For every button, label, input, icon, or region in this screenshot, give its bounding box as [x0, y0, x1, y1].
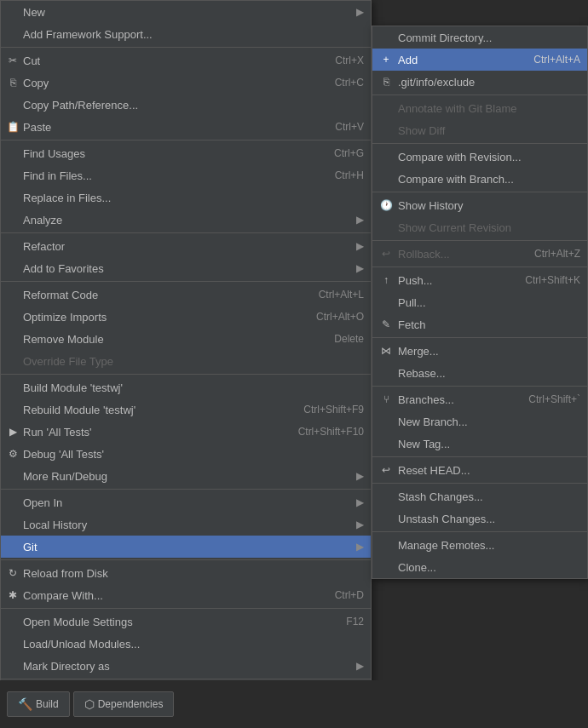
menu-separator [1, 281, 371, 282]
menu-separator [1, 374, 371, 375]
git-label: Git [23, 541, 37, 553]
cut-icon: ✂ [6, 54, 20, 67]
submenu-item-merge[interactable]: ⋈Merge... [372, 340, 587, 362]
dependencies-tab[interactable]: ⬡ Dependencies [73, 691, 175, 717]
submenu-item-clone[interactable]: Clone... [372, 556, 587, 578]
submenu-separator [372, 531, 587, 532]
load-unload-modules-label: Load/Unload Modules... [23, 638, 140, 651]
find-usages-shortcut: Ctrl+G [317, 147, 364, 159]
menu-item-add-framework[interactable]: Add Framework Support... [1, 23, 371, 45]
run-all-tests-shortcut: Ctrl+Shift+F10 [281, 426, 364, 438]
menu-item-refactor[interactable]: Refactor▶ [1, 235, 371, 257]
submenu-item-show-diff: Show Diff [372, 119, 587, 141]
menu-item-analyze[interactable]: Analyze▶ [1, 209, 371, 231]
menu-item-compare-with[interactable]: ✱Compare With...Ctrl+D [1, 584, 371, 606]
menu-item-run-all-tests[interactable]: ▶Run 'All Tests'Ctrl+Shift+F10 [1, 421, 371, 443]
rebuild-module-label: Rebuild Module 'testwj' [23, 404, 135, 416]
submenu-item-compare-with-branch[interactable]: Compare with Branch... [372, 168, 587, 190]
menu-item-load-unload-modules[interactable]: Load/Unload Modules... [1, 633, 371, 655]
cut-shortcut: Ctrl+X [318, 54, 364, 66]
menu-item-add-to-favorites[interactable]: Add to Favorites▶ [1, 257, 371, 279]
rollback-icon: ↩ [379, 247, 393, 261]
submenu-item-compare-with-revision[interactable]: Compare with Revision... [372, 146, 587, 168]
menu-separator [1, 559, 371, 560]
build-module-label: Build Module 'testwj' [23, 381, 123, 394]
reload-from-disk-label: Reload from Disk [23, 567, 108, 580]
open-in-arrow: ▶ [356, 496, 364, 508]
menu-item-override-file-type: Override File Type [1, 350, 371, 372]
pull-label: Pull... [398, 296, 426, 309]
add-framework-label: Add Framework Support... [23, 28, 153, 41]
menu-item-remove-module[interactable]: Remove ModuleDelete [1, 328, 371, 350]
copy-path-label: Copy Path/Reference... [23, 99, 138, 112]
menu-item-mark-directory-as[interactable]: Mark Directory as▶ [1, 655, 371, 677]
menu-separator [1, 489, 371, 490]
submenu-item-rebase[interactable]: Rebase... [372, 362, 587, 384]
stash-changes-label: Stash Changes... [398, 490, 483, 503]
paste-icon: 📋 [6, 120, 20, 134]
copy-label: Copy [23, 77, 49, 89]
debug-all-tests-label: Debug 'All Tests' [23, 448, 104, 461]
unstash-changes-label: Unstash Changes... [398, 513, 495, 525]
branches-shortcut: Ctrl+Shift+` [511, 393, 580, 405]
clone-label: Clone... [398, 561, 436, 574]
rebase-label: Rebase... [398, 367, 446, 380]
menu-item-rebuild-module[interactable]: Rebuild Module 'testwj'Ctrl+Shift+F9 [1, 398, 371, 421]
menu-item-debug-all-tests[interactable]: ⚙Debug 'All Tests' [1, 443, 371, 465]
menu-item-find-in-files[interactable]: Find in Files...Ctrl+H [1, 164, 371, 186]
branches-icon: ⑂ [379, 393, 393, 406]
submenu-item-unstash-changes[interactable]: Unstash Changes... [372, 507, 587, 530]
submenu-item-rollback: ↩Rollback...Ctrl+Alt+Z [372, 243, 587, 265]
submenu-item-reset-head[interactable]: ↩Reset HEAD... [372, 459, 587, 481]
menu-item-git[interactable]: Git▶ [1, 536, 371, 558]
menu-item-paste[interactable]: 📋PasteCtrl+V [1, 116, 371, 138]
compare-with-branch-label: Compare with Branch... [398, 173, 514, 186]
menu-item-find-usages[interactable]: Find UsagesCtrl+G [1, 142, 371, 164]
menu-item-open-in[interactable]: Open In▶ [1, 491, 371, 513]
debug-all-tests-icon: ⚙ [6, 447, 20, 461]
submenu-item-stash-changes[interactable]: Stash Changes... [372, 485, 587, 507]
build-label: Build [36, 698, 59, 710]
submenu-item-show-history[interactable]: 🕐Show History [372, 194, 587, 216]
menu-item-open-module-settings[interactable]: Open Module SettingsF12 [1, 610, 371, 633]
more-run-debug-arrow: ▶ [356, 470, 364, 482]
run-all-tests-icon: ▶ [6, 425, 20, 439]
menu-item-local-history[interactable]: Local History▶ [1, 513, 371, 536]
submenu-item-add[interactable]: +AddCtrl+Alt+A [372, 49, 587, 71]
submenu-item-new-branch[interactable]: New Branch... [372, 410, 587, 433]
menu-item-build-module[interactable]: Build Module 'testwj' [1, 376, 371, 398]
mark-directory-as-arrow: ▶ [356, 660, 364, 672]
menu-item-more-run-debug[interactable]: More Run/Debug▶ [1, 465, 371, 487]
submenu-item-push[interactable]: ↑Push...Ctrl+Shift+K [372, 269, 587, 291]
show-current-revision-label: Show Current Revision [398, 221, 511, 234]
copy-icon: ⎘ [6, 76, 20, 89]
submenu-item-fetch[interactable]: ✎Fetch [372, 313, 587, 335]
menu-item-copy-path[interactable]: Copy Path/Reference... [1, 94, 371, 116]
override-file-type-label: Override File Type [23, 355, 113, 368]
submenu-item-branches[interactable]: ⑂Branches...Ctrl+Shift+` [372, 388, 587, 410]
build-tab[interactable]: 🔨 Build [7, 691, 70, 717]
git-info-exclude-icon: ⎘ [379, 75, 393, 89]
menu-item-cut[interactable]: ✂CutCtrl+X [1, 49, 371, 72]
branches-label: Branches... [398, 393, 454, 406]
submenu-item-new-tag[interactable]: New Tag... [372, 433, 587, 455]
dependencies-icon: ⬡ [84, 697, 95, 711]
open-module-settings-shortcut: F12 [329, 616, 364, 628]
submenu-item-commit-directory[interactable]: Commit Directory... [372, 26, 587, 49]
push-label: Push... [398, 274, 432, 287]
submenu-item-manage-remotes[interactable]: Manage Remotes... [372, 534, 587, 556]
submenu-item-git-info-exclude[interactable]: ⎘.git/info/exclude [372, 71, 587, 93]
more-run-debug-label: More Run/Debug [23, 470, 107, 483]
menu-item-optimize-imports[interactable]: Optimize ImportsCtrl+Alt+O [1, 306, 371, 328]
menu-item-reformat-code[interactable]: Reformat CodeCtrl+Alt+L [1, 284, 371, 306]
menu-item-replace-in-files[interactable]: Replace in Files... [1, 186, 371, 209]
menu-item-new[interactable]: New▶ [1, 1, 371, 23]
menu-separator [1, 140, 371, 140]
cut-label: Cut [23, 54, 40, 67]
replace-in-files-label: Replace in Files... [23, 192, 111, 204]
menu-item-copy[interactable]: ⎘CopyCtrl+C [1, 72, 371, 94]
submenu-item-pull[interactable]: Pull... [372, 291, 587, 313]
menu-item-reload-from-disk[interactable]: ↻Reload from Disk [1, 562, 371, 584]
paste-label: Paste [23, 121, 51, 134]
submenu-separator [372, 386, 587, 387]
